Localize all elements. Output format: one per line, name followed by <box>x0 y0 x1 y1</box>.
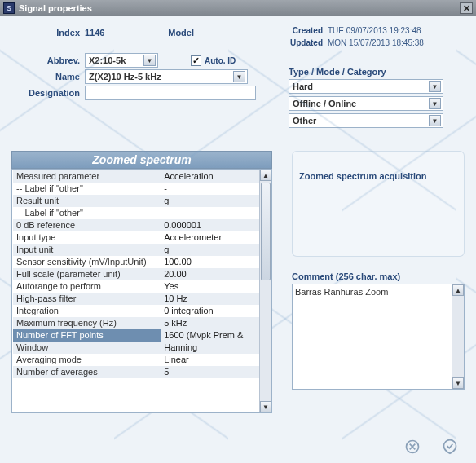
close-icon[interactable]: ✕ <box>460 2 473 14</box>
acquisition-text: Zoomed spectrum acquisition <box>299 171 457 181</box>
accept-icon[interactable] <box>442 439 458 455</box>
table-row[interactable]: Sensor sensitivity (mV/InputUnit)100.00 <box>13 256 259 268</box>
chevron-down-icon[interactable]: ▼ <box>233 71 245 82</box>
mode-combo[interactable]: Offline / Online▼ <box>289 96 443 111</box>
table-row[interactable]: Input unitg <box>13 244 259 256</box>
chevron-down-icon[interactable]: ▼ <box>143 55 156 66</box>
params-title: Zoomed spectrum <box>11 151 272 169</box>
chevron-down-icon[interactable]: ▼ <box>429 115 441 126</box>
abbrev-combo[interactable]: X2:10-5k ▼ <box>85 53 158 68</box>
cancel-icon[interactable] <box>404 439 421 455</box>
index-value: 1146 <box>85 28 126 37</box>
model-label: Model <box>126 28 199 37</box>
abbrev-label: Abbrev. <box>11 55 85 65</box>
table-row[interactable]: Full scale (parameter unit)20.00 <box>13 268 259 280</box>
table-row[interactable]: Number of FFT points1600 (Mvpk Prem & <box>13 329 259 342</box>
scroll-down-icon[interactable]: ▼ <box>452 377 464 389</box>
chevron-down-icon[interactable]: ▼ <box>429 81 441 92</box>
table-row[interactable]: -- Label if "other"- <box>13 183 259 195</box>
table-row[interactable]: Autorange to performYes <box>13 280 259 293</box>
timestamps: CreatedTUE 09/07/2013 19:23:48 UpdatedMO… <box>289 24 429 51</box>
table-row[interactable]: -- Label if "other"- <box>13 207 259 219</box>
scroll-up-icon[interactable]: ▲ <box>260 170 271 181</box>
tmc-heading: Type / Mode / Category <box>289 67 465 77</box>
abbrev-value: X2:10-5k <box>89 55 126 65</box>
table-row[interactable]: Measured parameterAcceleration <box>13 170 259 183</box>
autoid-label: Auto. ID <box>205 56 236 65</box>
index-label: Index <box>11 28 85 37</box>
scrollbar[interactable]: ▲ ▼ <box>259 170 271 412</box>
scroll-down-icon[interactable]: ▼ <box>260 401 271 412</box>
table-row[interactable]: Input typeAccelerometer <box>13 232 259 244</box>
table-row[interactable]: High-pass filter10 Hz <box>13 293 259 305</box>
name-combo[interactable]: Z(X2)10 Hz-5 kHz ▼ <box>85 69 248 84</box>
scroll-thumb[interactable] <box>261 183 271 280</box>
comment-textarea[interactable]: Barras Ranhuras Zoom ▲ ▼ <box>292 284 465 390</box>
params-table[interactable]: Measured parameterAcceleration-- Label i… <box>12 170 259 378</box>
scroll-up-icon[interactable]: ▲ <box>452 284 464 296</box>
client-area: Index 1146 Model Abbrev. X2:10-5k ▼ ✓ Au… <box>0 16 476 463</box>
table-row[interactable]: Maximum frequency (Hz)5 kHz <box>13 317 259 329</box>
table-row[interactable]: Number of averages5 <box>13 366 259 378</box>
chevron-down-icon[interactable]: ▼ <box>429 98 441 109</box>
type-combo[interactable]: Hard▼ <box>289 79 443 94</box>
table-row[interactable]: Result unitg <box>13 195 259 207</box>
name-value: Z(X2)10 Hz-5 kHz <box>89 72 161 82</box>
titlebar: S Signal properties ✕ <box>0 0 476 16</box>
scrollbar[interactable]: ▲ ▼ <box>452 284 464 389</box>
acquisition-panel: Zoomed spectrum acquisition <box>292 151 465 257</box>
name-label: Name <box>11 72 85 82</box>
window-title: Signal properties <box>19 3 92 13</box>
table-row[interactable]: 0 dB reference0.000001 <box>13 219 259 232</box>
table-row[interactable]: WindowHanning <box>13 342 259 354</box>
comment-label: Comment (256 char. max) <box>292 271 465 281</box>
designation-input[interactable] <box>85 86 256 100</box>
table-row[interactable]: Averaging modeLinear <box>13 354 259 366</box>
table-row[interactable]: Integration0 integration <box>13 305 259 317</box>
category-combo[interactable]: Other▼ <box>289 113 443 128</box>
autoid-checkbox[interactable]: ✓ <box>191 55 201 66</box>
app-icon: S <box>3 2 15 14</box>
designation-label: Designation <box>11 88 85 98</box>
